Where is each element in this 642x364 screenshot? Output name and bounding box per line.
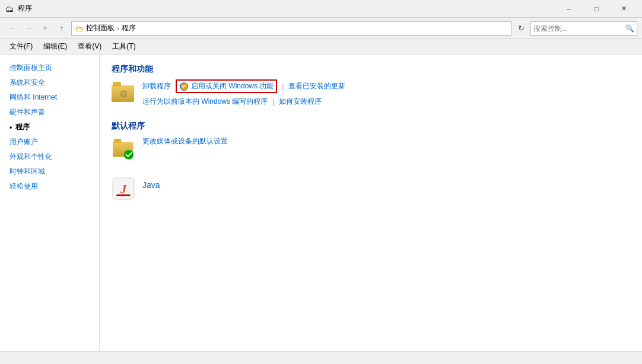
view-updates-link[interactable]: 查看已安装的更新 [288,81,345,91]
windows-features-link[interactable]: 启用或关闭 Windows 功能 [191,81,274,91]
search-box[interactable]: 🔍 [530,21,637,36]
uninstall-link[interactable]: 卸载程序 [142,81,171,91]
path-separator1: › [117,24,119,33]
shield-icon [179,82,189,91]
section-java: J Java [112,175,630,200]
minimize-button[interactable]: ─ [555,0,583,18]
path-part1: 控制面板 [86,23,115,33]
menu-bar: 文件(F) 编辑(E) 查看(V) 工具(T) [0,39,642,55]
maximize-button[interactable]: □ [583,0,610,18]
section-default-row: 更改媒体或设备的默认设置 [112,136,630,161]
section-programs-links-row1: 卸载程序 启用或关闭 Windows 功能 | 查看已安装的更新 [142,79,345,93]
sidebar-item-network[interactable]: 网络和 Internet [0,90,99,105]
java-label-row: Java [142,175,160,190]
content-area: 程序和功能 ⚙ [100,55,642,351]
menu-edit[interactable]: 编辑(E) [39,40,72,53]
back-button[interactable]: ← [5,21,19,36]
path-folder-icon: 🗁 [75,24,84,33]
svg-text:⚙: ⚙ [119,89,128,99]
sidebar-item-home[interactable]: 控制面板主页 [0,60,99,75]
sidebar-item-system[interactable]: 系统和安全 [0,75,99,90]
section-java-row: J Java [112,175,630,200]
run-old-programs-link[interactable]: 运行为以前版本的 Windows 编写的程序 [142,97,268,107]
status-bar [0,351,642,364]
search-input[interactable] [533,24,623,33]
window-title: 程序 [18,4,32,14]
window-icon: 🗂 [5,4,14,14]
search-icon: 🔍 [625,24,634,33]
close-button[interactable]: ✕ [610,0,637,18]
title-bar: 🗂 程序 ─ □ ✕ [0,0,642,18]
java-icon: J [112,177,135,200]
refresh-button[interactable]: ↻ [514,21,528,36]
sidebar-item-ease[interactable]: 轻松使用 [0,179,99,194]
windows-features-highlight[interactable]: 启用或关闭 Windows 功能 [176,79,277,93]
sidebar-item-programs[interactable]: 程序 [0,120,99,135]
address-bar: ← → ▾ ↑ 🗁 控制面板 › 程序 ↻ 🔍 [0,18,642,39]
menu-tools[interactable]: 工具(T) [107,40,140,53]
sidebar: 控制面板主页 系统和安全 网络和 Internet 硬件和声音 程序 用户账户 … [0,55,100,351]
svg-rect-6 [114,139,122,143]
section-programs-title: 程序和功能 [112,64,630,75]
window-controls: ─ □ ✕ [555,0,637,18]
up-button[interactable]: ↑ [55,21,69,36]
section-programs: 程序和功能 ⚙ [112,64,630,107]
address-path[interactable]: 🗁 控制面板 › 程序 [71,21,511,36]
default-programs-icon [112,138,135,161]
section-default-links: 更改媒体或设备的默认设置 [142,136,228,146]
section-programs-row: ⚙ 卸载程序 启用或关闭 Windows 功能 [112,79,630,107]
menu-file[interactable]: 文件(F) [5,40,37,53]
sidebar-item-hardware[interactable]: 硬件和声音 [0,105,99,120]
java-link[interactable]: Java [142,180,160,190]
svg-rect-2 [113,82,121,87]
svg-rect-10 [116,194,131,196]
main-content: 控制面板主页 系统和安全 网络和 Internet 硬件和声音 程序 用户账户 … [0,55,642,351]
svg-text:J: J [120,181,128,196]
sidebar-item-appearance[interactable]: 外观和个性化 [0,149,99,164]
menu-view[interactable]: 查看(V) [73,40,106,53]
svg-point-7 [124,150,134,159]
dropdown-button[interactable]: ▾ [38,21,52,36]
section-programs-links: 卸载程序 启用或关闭 Windows 功能 | 查看已安装的更新 [142,79,345,107]
path-part2: 程序 [122,23,136,33]
section-default-title: 默认程序 [112,121,630,132]
how-to-install-link[interactable]: 如何安装程序 [279,97,322,107]
forward-button[interactable]: → [21,21,36,36]
section-default: 默认程序 [112,121,630,161]
change-defaults-link[interactable]: 更改媒体或设备的默认设置 [142,136,228,146]
sidebar-item-clock[interactable]: 时钟和区域 [0,164,99,179]
programs-icon: ⚙ [112,81,135,104]
sidebar-item-users[interactable]: 用户账户 [0,135,99,149]
section-programs-links-row2: 运行为以前版本的 Windows 编写的程序 | 如何安装程序 [142,97,345,107]
